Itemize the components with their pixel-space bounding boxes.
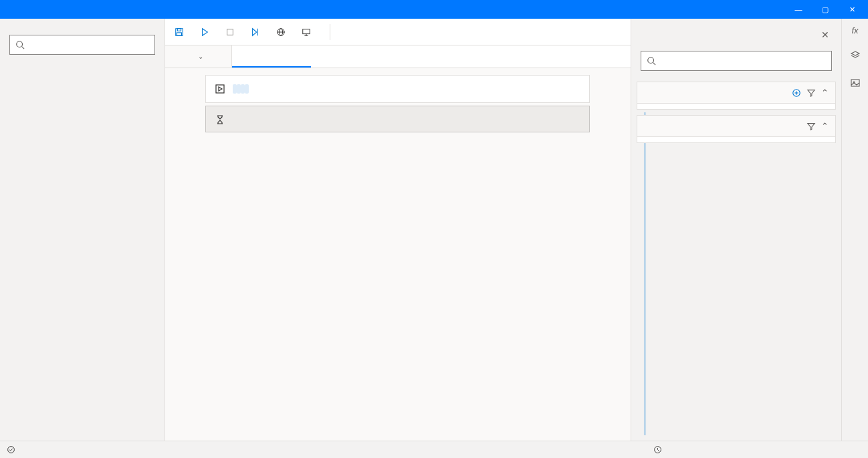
io-variables-list (637, 104, 836, 110)
tabs-row: ⌄ (165, 45, 631, 68)
collapse-icon[interactable]: ⌃ (821, 121, 829, 131)
svg-line-1 (22, 47, 25, 49)
actions-tree[interactable] (0, 60, 165, 441)
toolbar-separator (330, 24, 330, 40)
variables-search[interactable] (641, 51, 832, 71)
step-row-2[interactable] (165, 106, 631, 135)
window-controls: — ▢ ✕ (785, 0, 865, 19)
designer-area: ⌄ (165, 19, 631, 441)
svg-rect-3 (177, 28, 181, 31)
svg-point-0 (17, 41, 23, 47)
tab-main[interactable] (232, 45, 311, 68)
step-number (179, 106, 205, 132)
variables-panel: ✕ ⌃ ⌃ (631, 19, 841, 441)
collapse-icon[interactable]: ⌃ (821, 88, 829, 98)
actions-search-input[interactable] (30, 40, 149, 50)
maximize-button[interactable]: ▢ (812, 0, 839, 19)
layers-icon[interactable] (850, 50, 861, 63)
play-icon (200, 27, 209, 37)
image-icon[interactable] (850, 78, 861, 90)
save-icon (175, 27, 184, 37)
svg-point-27 (8, 447, 15, 453)
titlebar: — ▢ ✕ (0, 0, 868, 19)
desktop-recorder-button[interactable] (302, 27, 315, 37)
run-next-button[interactable] (251, 27, 264, 37)
web-recorder-button[interactable] (276, 27, 290, 37)
filter-icon[interactable] (806, 122, 816, 131)
step-icon (251, 27, 260, 37)
svg-rect-25 (851, 80, 859, 86)
svg-marker-7 (253, 28, 257, 35)
hourglass-icon (214, 113, 226, 125)
variables-search-input[interactable] (661, 56, 826, 66)
clock-icon (653, 445, 662, 454)
svg-marker-5 (203, 28, 208, 35)
flow-canvas[interactable] (165, 68, 631, 441)
actions-header (0, 19, 165, 31)
step-description (233, 84, 249, 96)
search-icon (15, 40, 25, 49)
actions-search[interactable] (9, 35, 155, 55)
actions-panel (0, 19, 165, 441)
check-icon (7, 445, 15, 454)
toolbar (165, 19, 631, 45)
svg-rect-6 (227, 29, 233, 35)
minimize-button[interactable]: — (785, 0, 812, 19)
statusbar (0, 441, 868, 458)
svg-rect-4 (177, 32, 182, 35)
svg-rect-17 (216, 85, 224, 93)
close-button[interactable]: ✕ (839, 0, 865, 19)
flow-variables-list (637, 137, 836, 143)
io-variables-header[interactable]: ⌃ (637, 82, 836, 104)
stop-button[interactable] (225, 27, 239, 37)
chevron-down-icon: ⌄ (198, 53, 203, 60)
step-card-run-application[interactable] (205, 75, 590, 103)
svg-rect-12 (303, 29, 310, 33)
monitor-icon (302, 27, 311, 37)
globe-icon (276, 27, 286, 37)
save-button[interactable] (175, 27, 188, 37)
svg-marker-24 (851, 51, 859, 55)
svg-marker-18 (219, 87, 222, 91)
step-number (179, 75, 205, 103)
svg-line-20 (653, 63, 656, 66)
svg-point-19 (648, 58, 654, 64)
run-app-icon (214, 82, 226, 96)
right-rail: fx (841, 19, 868, 441)
stop-icon (225, 27, 235, 37)
close-variables-button[interactable]: ✕ (819, 27, 832, 43)
search-icon (647, 56, 656, 66)
filter-icon[interactable] (806, 88, 816, 98)
run-button[interactable] (200, 27, 213, 37)
subflows-dropdown[interactable]: ⌄ (165, 45, 232, 68)
fx-button[interactable]: fx (851, 25, 858, 35)
step-card-wait[interactable] (205, 106, 590, 132)
add-variable-icon[interactable] (792, 88, 801, 98)
step-row-1[interactable] (165, 75, 631, 106)
flow-variables-header[interactable]: ⌃ (637, 115, 836, 137)
